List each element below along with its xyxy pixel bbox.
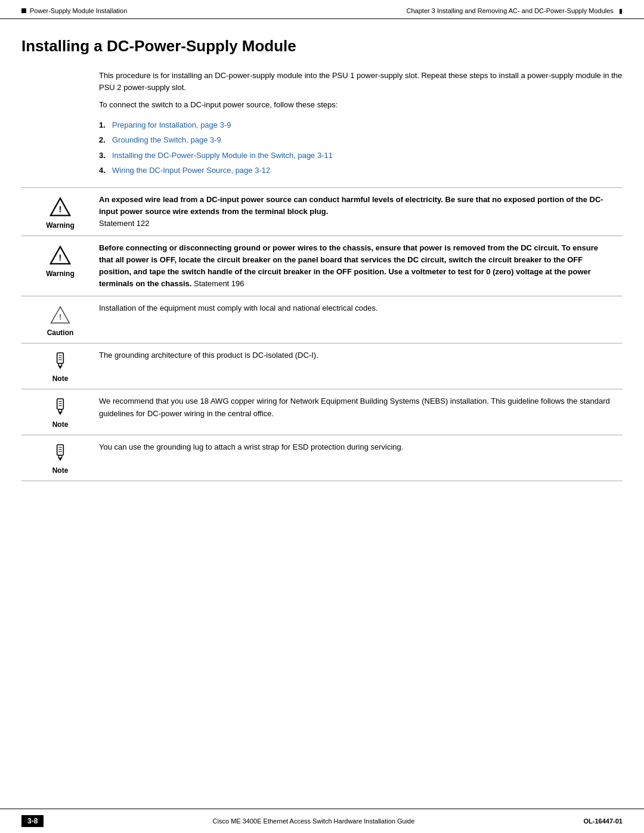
step-link-1[interactable]: Preparing for Installation, page 3-9 [112, 119, 231, 131]
note-content-2: We recommend that you use 18 AWG copper … [99, 395, 623, 419]
warning-label-2: Warning [46, 270, 75, 278]
caution-label: Caution [47, 329, 74, 337]
footer-guide-title: Cisco ME 3400E Ethernet Access Switch Ha… [44, 817, 583, 825]
header-square-icon [21, 8, 26, 13]
svg-text:!: ! [59, 205, 62, 214]
step-item-1: 1. Preparing for Installation, page 3-9 [99, 119, 623, 131]
step-item-2: 2. Grounding the Switch, page 3-9 [99, 134, 623, 146]
note-label-2: Note [52, 420, 69, 429]
intro-para1: This procedure is for installing an DC-p… [99, 70, 623, 93]
warning-row-2: ! Warning Before connecting or disconnec… [21, 236, 623, 296]
note-content-3: You can use the grounding lug to attach … [99, 441, 623, 453]
warning-content-2: Before connecting or disconnecting groun… [99, 242, 623, 290]
step-number-4: 4. [99, 165, 109, 176]
note-icon-col-2: Note [21, 395, 99, 429]
step-link-4[interactable]: Wiring the DC-Input Power Source, page 3… [112, 165, 270, 176]
warning-text-bold-2: Before connecting or disconnecting groun… [99, 243, 598, 288]
step-item-3: 3. Installing the DC-Power-Supply Module… [99, 150, 623, 162]
warning-row-1: ! Warning An exposed wire lead from a DC… [21, 187, 623, 236]
note-row-1: Note The grounding architecture of this … [21, 343, 623, 389]
page-title: Installing a DC-Power-Supply Module [21, 37, 623, 55]
step-number-3: 3. [99, 150, 109, 162]
intro-para2: To connect the switch to a DC-input powe… [99, 99, 623, 111]
note-text-3: You can use the grounding lug to attach … [99, 442, 403, 451]
header-right: Chapter 3 Installing and Removing AC- an… [407, 7, 623, 15]
caution-icon-col: ! Caution [21, 302, 99, 337]
note-row-2: Note We recommend that you use 18 AWG co… [21, 389, 623, 435]
warning-icon-col-1: ! Warning [21, 194, 99, 230]
note-icon-col-1: Note [21, 349, 99, 383]
svg-rect-6 [57, 353, 64, 364]
step-number-1: 1. [99, 119, 109, 131]
caution-content: Installation of the equipment must compl… [99, 302, 623, 314]
note-icon-col-3: Note [21, 441, 99, 475]
caution-row: ! Caution Installation of the equipment … [21, 296, 623, 343]
page-footer: 3-8 Cisco ME 3400E Ethernet Access Switc… [0, 809, 644, 833]
footer-doc-number: OL-16447-01 [584, 817, 623, 825]
warning-content-1: An exposed wire lead from a DC-input pow… [99, 194, 623, 230]
svg-marker-8 [58, 366, 61, 369]
footer-page-number: 3-8 [21, 815, 44, 827]
svg-rect-18 [57, 445, 64, 456]
svg-text:!: ! [59, 253, 62, 262]
note-text-1: The grounding architecture of this produ… [99, 351, 318, 360]
note-text-2: We recommend that you use 18 AWG copper … [99, 397, 610, 417]
page-container: Power-Supply Module Installation Chapter… [0, 0, 644, 833]
warning-text-normal-2: Statement 196 [194, 279, 244, 288]
note-label-3: Note [52, 466, 69, 475]
warning-text-bold-1: An exposed wire lead from a DC-input pow… [99, 195, 603, 216]
steps-list: 1. Preparing for Installation, page 3-9 … [99, 119, 623, 176]
caution-triangle-icon: ! [50, 305, 70, 325]
note-content-1: The grounding architecture of this produ… [99, 349, 623, 361]
step-number-2: 2. [99, 134, 109, 146]
step-link-2[interactable]: Grounding the Switch, page 3-9 [112, 134, 221, 146]
note-pen-icon-1 [51, 352, 70, 371]
svg-text:!: ! [59, 313, 61, 322]
header-section: Power-Supply Module Installation [30, 7, 127, 14]
svg-marker-20 [58, 458, 61, 461]
warning-icon-col-2: ! Warning [21, 242, 99, 278]
step-link-3[interactable]: Installing the DC-Power-Supply Module in… [112, 150, 333, 162]
note-row-3: Note You can use the grounding lug to at… [21, 435, 623, 481]
header-left: Power-Supply Module Installation [21, 7, 127, 14]
header-chapter: Chapter 3 Installing and Removing AC- an… [407, 7, 614, 14]
note-pen-icon-3 [51, 444, 70, 463]
page-header: Power-Supply Module Installation Chapter… [0, 0, 644, 19]
content-area: Installing a DC-Power-Supply Module This… [0, 19, 644, 517]
caution-text: Installation of the equipment must compl… [99, 304, 378, 312]
note-label-1: Note [52, 374, 69, 383]
warning-triangle-icon-1: ! [49, 196, 71, 218]
svg-rect-12 [57, 399, 64, 410]
intro-section: This procedure is for installing an DC-p… [99, 70, 623, 111]
footer-left: 3-8 [21, 815, 44, 827]
step-item-4: 4. Wiring the DC-Input Power Source, pag… [99, 165, 623, 176]
svg-marker-14 [58, 412, 61, 415]
note-pen-icon-2 [51, 398, 70, 417]
warning-label-1: Warning [46, 221, 75, 230]
warning-text-normal-1: Statement 122 [99, 219, 150, 228]
warning-triangle-icon-2: ! [49, 244, 71, 266]
